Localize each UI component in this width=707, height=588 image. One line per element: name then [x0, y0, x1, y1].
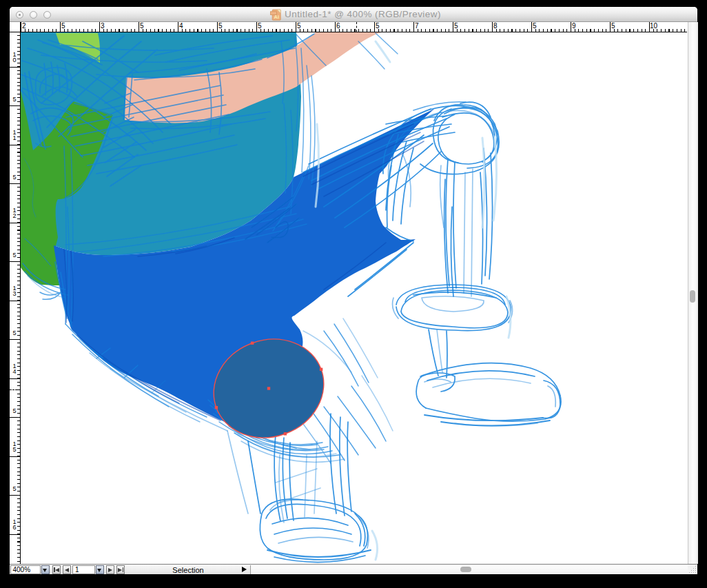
- svg-text:Ai: Ai: [274, 14, 280, 20]
